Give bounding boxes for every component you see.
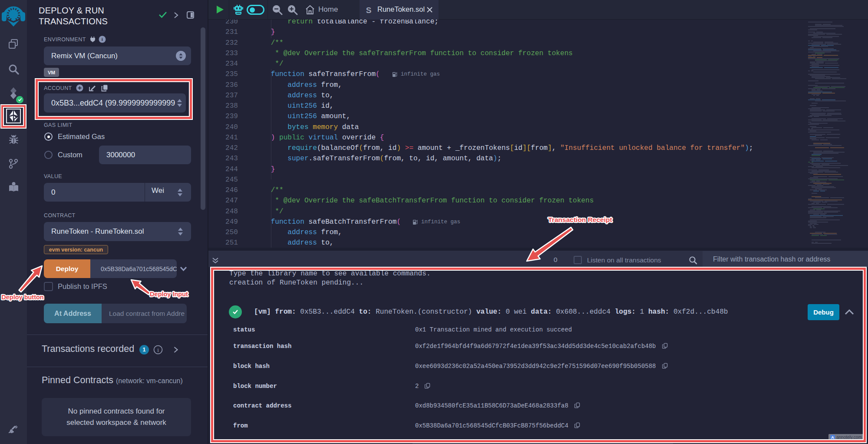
svg-text:i: i [157, 347, 159, 353]
svg-text:i: i [102, 36, 103, 42]
svg-text:S: S [366, 6, 372, 15]
